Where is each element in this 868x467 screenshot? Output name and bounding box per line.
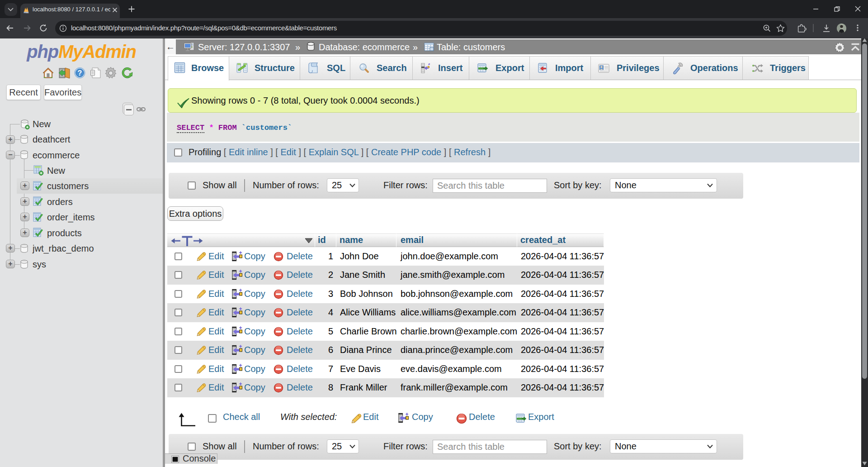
svg-text:PMA: PMA <box>24 11 29 14</box>
svg-text:?: ? <box>78 69 82 77</box>
